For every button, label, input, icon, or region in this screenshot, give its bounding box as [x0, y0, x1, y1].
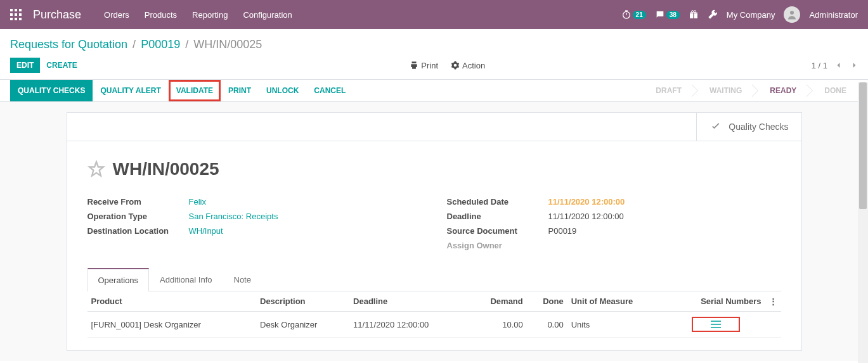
th-product: Product	[87, 291, 257, 312]
quality-alert-button[interactable]: Quality Alert	[93, 80, 168, 101]
scroll-area: Quality Checks WH/IN/00025 Receive FromF…	[0, 102, 868, 361]
avatar[interactable]	[784, 6, 800, 23]
action-dropdown[interactable]: Action	[451, 61, 485, 70]
cell-demand: 10.00	[469, 312, 527, 338]
crumb-po[interactable]: P00019	[141, 38, 180, 51]
gift-icon[interactable]	[689, 10, 699, 20]
form-sheet: Quality Checks WH/IN/00025 Receive FromF…	[67, 112, 802, 351]
scheduled-date-value: 11/11/2020 12:00:00	[548, 197, 625, 207]
actionbar: Quality Checks Quality Alert Validate Pr…	[10, 80, 353, 101]
svg-rect-7	[15, 18, 17, 20]
svg-rect-1	[15, 9, 17, 11]
cell-uom: Units	[567, 312, 667, 338]
th-options[interactable]: ⋮	[765, 291, 781, 312]
messaging-widget[interactable]: 38	[655, 10, 680, 20]
crumb-rfq[interactable]: Requests for Quotation	[10, 38, 127, 51]
unlock-button[interactable]: Unlock	[259, 80, 306, 101]
tabs-wrap: Operations Additional Info Note Product …	[67, 268, 801, 350]
nav-right: 21 38 My Company Administrator	[621, 6, 858, 23]
th-description: Description	[256, 291, 349, 312]
assign-owner-label: Assign Owner	[447, 241, 548, 250]
scheduled-date-label: Scheduled Date	[447, 197, 548, 207]
status-done[interactable]: Done	[808, 80, 858, 101]
operation-type-value[interactable]: San Francisco: Receipts	[189, 212, 278, 221]
th-done: Done	[527, 291, 567, 312]
star-icon[interactable]	[87, 160, 105, 178]
svg-rect-5	[19, 13, 22, 16]
status-waiting[interactable]: Waiting	[693, 80, 753, 101]
user-name[interactable]: Administrator	[809, 10, 858, 20]
pager-text: 1 / 1	[812, 61, 827, 70]
source-doc-value: P00019	[548, 226, 577, 236]
tab-operations[interactable]: Operations	[87, 268, 150, 291]
quality-checks-stat-label: Quality Checks	[729, 122, 788, 132]
quality-checks-button[interactable]: Quality Checks	[10, 80, 93, 101]
crumb-current: WH/IN/00025	[193, 38, 262, 51]
destination-label: Destination Location	[87, 226, 189, 236]
deadline-value: 11/11/2020 12:00:00	[548, 212, 624, 221]
svg-rect-12	[693, 13, 694, 18]
quality-checks-stat[interactable]: Quality Checks	[696, 113, 801, 141]
crumb-sep: /	[185, 38, 188, 51]
scrollbar-thumb[interactable]	[859, 82, 867, 209]
pager-next[interactable]	[850, 61, 858, 69]
lines-table: Product Description Deadline Demand Done…	[87, 291, 781, 338]
company-name[interactable]: My Company	[727, 10, 775, 20]
pager: 1 / 1	[812, 61, 858, 70]
timer-widget[interactable]: 21	[621, 10, 646, 20]
vertical-scrollbar[interactable]	[858, 82, 868, 361]
cell-done: 0.00	[527, 312, 567, 338]
th-deadline: Deadline	[349, 291, 469, 312]
chat-badge: 38	[666, 11, 680, 19]
serial-numbers-button[interactable]	[692, 317, 740, 332]
create-button[interactable]: Create	[40, 58, 83, 73]
svg-point-9	[623, 11, 630, 18]
print-button[interactable]: Print	[221, 80, 259, 101]
action-label: Action	[462, 61, 485, 70]
pager-prev[interactable]	[835, 61, 843, 69]
cell-product: [FURN_0001] Desk Organizer	[87, 312, 257, 338]
tab-note[interactable]: Note	[223, 268, 262, 291]
destination-value[interactable]: WH/Input	[189, 226, 223, 236]
nav-products[interactable]: Products	[145, 10, 177, 20]
apps-icon[interactable]	[10, 9, 22, 20]
operation-type-label: Operation Type	[87, 212, 189, 221]
svg-rect-6	[10, 18, 13, 20]
nav-reporting[interactable]: Reporting	[192, 10, 228, 20]
breadcrumb-row: Requests for Quotation / P00019 / WH/IN/…	[0, 29, 868, 51]
print-dropdown[interactable]: Print	[410, 61, 438, 70]
record-title: WH/IN/00025	[113, 159, 219, 179]
edit-button[interactable]: Edit	[10, 58, 40, 73]
svg-rect-8	[19, 18, 22, 20]
deadline-label: Deadline	[447, 212, 548, 221]
source-doc-label: Source Document	[447, 226, 548, 236]
nav-orders[interactable]: Orders	[104, 10, 129, 20]
actionbar-wrap: Quality Checks Quality Alert Validate Pr…	[0, 79, 868, 102]
th-uom: Unit of Measure	[567, 291, 667, 312]
cell-serial	[667, 312, 765, 338]
svg-point-14	[694, 11, 696, 13]
control-center: Print Action	[84, 61, 812, 70]
tabs: Operations Additional Info Note	[87, 268, 781, 291]
top-nav: Purchase Orders Products Reporting Confi…	[0, 0, 868, 29]
svg-rect-2	[19, 9, 22, 11]
status-ready[interactable]: Ready	[753, 80, 808, 101]
nav-configuration[interactable]: Configuration	[243, 10, 292, 20]
title-row: WH/IN/00025	[67, 141, 801, 187]
statusbar: Draft Waiting Ready Done	[639, 80, 858, 101]
right-col: Scheduled Date11/11/2020 12:00:00 Deadli…	[447, 194, 781, 253]
print-label: Print	[421, 61, 438, 70]
receive-from-label: Receive From	[87, 197, 189, 207]
tab-additional-info[interactable]: Additional Info	[149, 268, 223, 291]
wrench-icon[interactable]	[708, 10, 718, 20]
cancel-button[interactable]: Cancel	[306, 80, 353, 101]
cell-deadline: 11/11/2020 12:00:00	[349, 312, 469, 338]
svg-rect-0	[10, 9, 13, 11]
status-draft[interactable]: Draft	[639, 80, 693, 101]
table-row[interactable]: [FURN_0001] Desk Organizer Desk Organize…	[87, 312, 781, 338]
fields-grid: Receive FromFelix Operation TypeSan Fran…	[67, 187, 801, 268]
app-title[interactable]: Purchase	[33, 8, 81, 22]
receive-from-value[interactable]: Felix	[189, 197, 206, 207]
nav-menu: Orders Products Reporting Configuration	[104, 10, 621, 20]
validate-button[interactable]: Validate	[169, 80, 221, 101]
